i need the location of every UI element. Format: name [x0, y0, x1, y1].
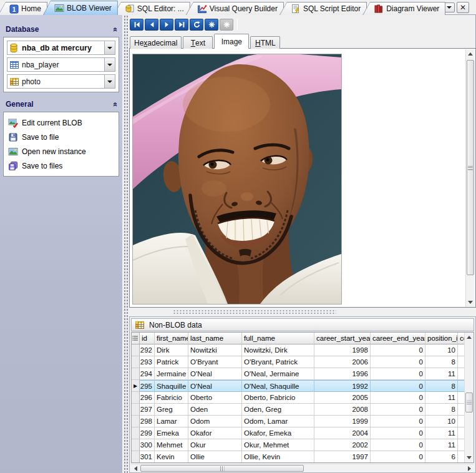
cell-career_end_year[interactable]: 0	[371, 404, 425, 416]
cell-id[interactable]: 295	[140, 380, 155, 392]
document-tab-diagram-viewer[interactable]: Diagram Viewer	[362, 2, 445, 15]
cell-position_id[interactable]: 10	[425, 416, 458, 427]
cell-career_end_year[interactable]: 0	[371, 451, 425, 463]
combo-nba-db-at-mercury[interactable]: nba_db at mercury	[7, 41, 115, 55]
table-row[interactable]: 298LamarOdomOdom, Lamar1999010	[132, 416, 474, 427]
grid-vertical-scrollbar[interactable]	[464, 333, 474, 462]
cell-full_name[interactable]: O'Neal, Shaquille	[242, 380, 314, 392]
cell-last_name[interactable]: Nowitzki	[188, 344, 242, 356]
scroll-right-button[interactable]	[465, 464, 474, 472]
cell-career_end_year[interactable]: 0	[371, 356, 425, 368]
viewer-tab-text[interactable]: Text	[183, 36, 213, 49]
cell-last_name[interactable]: O'Bryant	[188, 356, 242, 368]
cell-first_name[interactable]: Shaquille	[155, 380, 188, 392]
cell-career_start_year[interactable]: 1999	[314, 416, 371, 427]
cell-position_id[interactable]: 8	[425, 404, 458, 416]
column-header-career_end_year[interactable]: career_end_year	[371, 333, 425, 344]
cell-first_name[interactable]: Emeka	[155, 427, 188, 439]
cell-last_name[interactable]: Okur	[188, 439, 242, 451]
cell-full_name[interactable]: O'Bryant, Patrick	[242, 356, 314, 368]
table-row[interactable]: 300MehmetOkurOkur, Mehmet2002011	[132, 439, 474, 451]
combo-photo[interactable]: photo	[7, 74, 115, 89]
cell-last_name[interactable]: Oberto	[188, 392, 242, 404]
table-row[interactable]: 301KevinOllieOllie, Kevin199706	[132, 451, 474, 463]
cell-first_name[interactable]: Mehmet	[155, 439, 188, 451]
cell-last_name[interactable]: Okafor	[188, 427, 242, 439]
document-tab-visual-query-builder[interactable]: Visual Query Builder	[186, 2, 284, 15]
scroll-down-button[interactable]	[466, 298, 475, 307]
cell-career_end_year[interactable]: 0	[371, 416, 425, 427]
table-row[interactable]: 297GregOdenOden, Greg200808	[132, 404, 474, 416]
cell-career_start_year[interactable]: 1992	[314, 380, 371, 392]
load-blob-button[interactable]	[205, 19, 218, 31]
scrollbar-thumb[interactable]	[465, 393, 473, 412]
cell-full_name[interactable]: Oberto, Fabricio	[242, 392, 314, 404]
cell-first_name[interactable]: Greg	[155, 404, 188, 416]
cell-last_name[interactable]: O'Neal	[188, 380, 242, 392]
action-open-new-instance[interactable]: Open new instance	[7, 144, 115, 158]
cell-first_name[interactable]: Jermaine	[155, 368, 188, 380]
document-tab-blob-viewer[interactable]: BLOB Viewer	[43, 1, 118, 15]
cell-career_end_year[interactable]: 0	[371, 439, 425, 451]
table-row[interactable]: 292DirkNowitzkiNowitzki, Dirk1998010	[132, 344, 474, 356]
combo-nba-player[interactable]: nba_player	[7, 57, 115, 72]
chevrons-up-icon[interactable]: »	[110, 27, 119, 31]
cell-first_name[interactable]: Kevin	[155, 451, 188, 463]
scroll-up-button[interactable]	[466, 49, 475, 59]
cell-id[interactable]: 299	[140, 427, 155, 439]
column-header-position_id[interactable]: position_id	[425, 333, 458, 344]
cell-id[interactable]: 294	[140, 368, 155, 380]
cell-career_end_year[interactable]: 0	[371, 344, 425, 356]
column-header-career_start_year[interactable]: career_start_year	[314, 333, 371, 344]
cell-id[interactable]: 300	[140, 439, 155, 451]
document-tab-sql-editor[interactable]: SQL Editor: ...	[114, 2, 190, 15]
cell-career_start_year[interactable]: 1998	[314, 344, 371, 356]
viewer-tab-html[interactable]: HTML	[250, 36, 280, 49]
cell-career_start_year[interactable]: 1997	[314, 451, 371, 463]
cell-career_start_year[interactable]: 2006	[314, 356, 371, 368]
action-save-to-file[interactable]: Save to file	[7, 130, 115, 144]
scrollbar-thumb[interactable]	[140, 465, 304, 472]
column-header-full_name[interactable]: full_name	[242, 333, 314, 344]
cell-career_end_year[interactable]: 0	[371, 380, 425, 392]
cell-id[interactable]: 293	[140, 356, 155, 368]
sidebar-section-general-header[interactable]: General »	[6, 97, 117, 111]
scroll-down-button[interactable]	[465, 453, 474, 462]
cell-id[interactable]: 296	[140, 392, 155, 404]
next-record-button[interactable]	[160, 19, 173, 31]
cell-career_start_year[interactable]: 2004	[314, 427, 371, 439]
cell-id[interactable]: 297	[140, 404, 155, 416]
table-row[interactable]: 294JermaineO'NealO'Neal, Jermaine1996011	[132, 368, 474, 380]
table-row[interactable]: 293PatrickO'BryantO'Bryant, Patrick20060…	[132, 356, 474, 368]
cell-id[interactable]: 292	[140, 344, 155, 356]
cell-position_id[interactable]: 8	[425, 356, 458, 368]
table-row[interactable]: 299EmekaOkaforOkafor, Emeka2004011	[132, 427, 474, 439]
cell-last_name[interactable]: Ollie	[188, 451, 242, 463]
cell-full_name[interactable]: Oden, Greg	[242, 404, 314, 416]
horizontal-splitter[interactable]	[129, 308, 476, 316]
chevrons-up-icon[interactable]: »	[110, 102, 119, 106]
grid-horizontal-scrollbar[interactable]	[131, 464, 474, 472]
table-row[interactable]: ▶295ShaquilleO'NealO'Neal, Shaquille1992…	[132, 380, 474, 392]
cell-first_name[interactable]: Fabricio	[155, 392, 188, 404]
column-header-last_name[interactable]: last_name	[188, 333, 242, 344]
cell-career_start_year[interactable]: 1996	[314, 368, 371, 380]
cell-career_end_year[interactable]: 0	[371, 392, 425, 404]
cell-first_name[interactable]: Patrick	[155, 356, 188, 368]
cell-full_name[interactable]: Nowitzki, Dirk	[242, 344, 314, 356]
action-save-to-files[interactable]: Save to files	[7, 158, 115, 173]
cell-position_id[interactable]: 11	[425, 427, 458, 439]
cell-last_name[interactable]: Odom	[188, 416, 242, 427]
scroll-left-button[interactable]	[131, 464, 140, 472]
cell-position_id[interactable]: 11	[425, 439, 458, 451]
cell-career_end_year[interactable]: 0	[371, 427, 425, 439]
cell-id[interactable]: 301	[140, 451, 155, 463]
cell-full_name[interactable]: Okur, Mehmet	[242, 439, 314, 451]
action-edit-current-blob[interactable]: Edit current BLOB	[7, 115, 115, 130]
column-header-first_name[interactable]: first_name	[155, 333, 188, 344]
cell-career_start_year[interactable]: 2002	[314, 439, 371, 451]
cell-first_name[interactable]: Lamar	[155, 416, 188, 427]
cell-position_id[interactable]: 11	[425, 392, 458, 404]
cell-full_name[interactable]: Ollie, Kevin	[242, 451, 314, 463]
cell-position_id[interactable]: 8	[425, 380, 458, 392]
